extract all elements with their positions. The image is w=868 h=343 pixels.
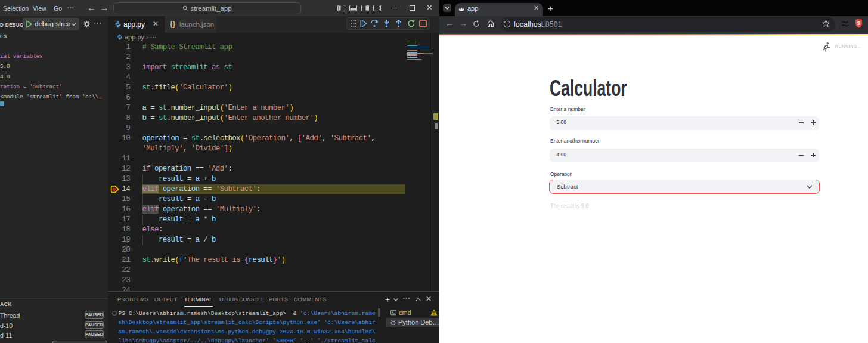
svg-text:S: S: [857, 20, 860, 26]
